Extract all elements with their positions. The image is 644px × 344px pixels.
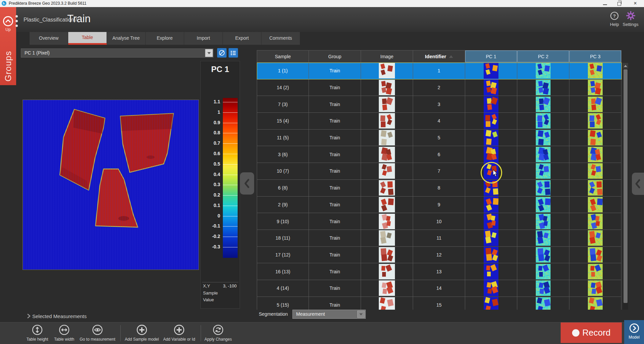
column-header-pc-2[interactable]: PC 2 — [517, 50, 569, 63]
cell-pc1-thumbnail — [465, 79, 517, 96]
cell-pc3-thumbnail — [569, 113, 621, 130]
table-row-1[interactable]: 1 (1)Train1 — [257, 63, 622, 79]
cell-group: Train — [309, 180, 361, 197]
selected-measurements-expander[interactable]: Selected Measurements — [25, 312, 87, 320]
table-row-7[interactable]: 10 (7)Train7 — [257, 163, 622, 180]
cell-pc3-thumbnail — [569, 230, 621, 247]
column-header-identifier[interactable]: Identifier — [413, 50, 465, 63]
cell-sample: 11 (5) — [257, 130, 309, 146]
cell-group: Train — [309, 79, 361, 96]
tab-analyse-tree[interactable]: Analyse Tree — [107, 32, 146, 45]
column-header-pc-3[interactable]: PC 3 — [569, 50, 621, 63]
tab-overview[interactable]: Overview — [30, 32, 68, 45]
colorbar-tick-label: 0.5 — [203, 161, 220, 167]
cell-pc1-thumbnail — [465, 230, 517, 247]
list-view-button[interactable] — [229, 48, 238, 58]
cell-identifier: 9 — [413, 197, 465, 213]
table-body: 1 (1)Train114 (2)Train27 (3)Train315 (4)… — [257, 63, 622, 310]
up-button[interactable]: Up — [1, 16, 15, 35]
colorbar-tick-line — [223, 175, 238, 175]
tab-comments[interactable]: Comments — [261, 32, 300, 45]
toolbar-button-apply-changes[interactable]: Apply Changes — [196, 324, 240, 342]
column-header-group[interactable]: Group — [309, 50, 361, 63]
table-row-9[interactable]: 2 (9)Train9 — [257, 197, 622, 213]
table-row-14[interactable]: 4 (14)Train14 — [257, 280, 622, 297]
table-row-2[interactable]: 14 (2)Train2 — [257, 79, 622, 96]
model-button[interactable]: Model — [624, 320, 644, 344]
table-row-3[interactable]: 7 (3)Train3 — [257, 96, 622, 113]
cell-pc2-thumbnail — [517, 130, 569, 146]
help-icon: ? — [610, 11, 619, 20]
dropdown-arrow-button[interactable] — [357, 311, 365, 318]
sort-indicator-icon — [449, 55, 453, 58]
colorbar-tick-label: -0.2 — [203, 234, 220, 239]
scrollbar-thumb[interactable] — [623, 69, 628, 303]
cell-pc2-thumbnail — [517, 263, 569, 280]
sync-views-button[interactable] — [217, 48, 227, 58]
minimize-icon[interactable] — [603, 4, 607, 5]
colorbar-tick-label: 0.9 — [203, 120, 220, 125]
cell-pc1-thumbnail — [465, 96, 517, 113]
colorbar-title: PC 1 — [201, 65, 240, 74]
segmentation-dropdown[interactable]: Measurement — [292, 310, 366, 319]
cell-group: Train — [309, 213, 361, 230]
scrollbar-up-button[interactable] — [623, 63, 628, 69]
cell-pc2-thumbnail — [517, 180, 569, 197]
column-header-label: PC 3 — [590, 54, 600, 59]
cell-group: Train — [309, 163, 361, 180]
tab-import[interactable]: Import — [184, 32, 223, 45]
groups-tab[interactable]: Groups — [0, 43, 16, 89]
table-row-4[interactable]: 15 (4)Train4 — [257, 113, 622, 130]
collapse-left-panel-handle[interactable] — [240, 172, 254, 195]
cell-pc3-thumbnail — [569, 163, 621, 180]
tab-explore[interactable]: Explore — [146, 32, 184, 45]
cell-identifier: 8 — [413, 180, 465, 197]
cell-image-thumbnail — [361, 113, 413, 130]
colorbar-tick-line — [223, 237, 238, 237]
cell-pc3-thumbnail — [569, 213, 621, 230]
colorbar-tick-label: -0.1 — [203, 223, 220, 229]
table-row-11[interactable]: 18 (11)Train11 — [257, 230, 622, 247]
toolbar-button-add-variable-or-id[interactable]: Add Variable or Id — [157, 324, 201, 342]
plus-icon — [136, 324, 147, 337]
colorbar-tick-line — [223, 195, 238, 196]
table-row-6[interactable]: 3 (6)Train6 — [257, 146, 622, 163]
cell-pc3-thumbnail — [569, 63, 621, 79]
column-header-sample[interactable]: Sample — [257, 50, 309, 63]
cell-pc3-thumbnail — [569, 130, 621, 146]
xy-label: X,Y — [203, 283, 210, 288]
table-row-10[interactable]: 9 (10)Train10 — [257, 213, 622, 230]
tab-export[interactable]: Export — [223, 32, 261, 45]
chevron-left-icon — [634, 179, 642, 189]
record-button[interactable]: Record — [561, 322, 622, 343]
column-header-pc-1[interactable]: PC 1 — [465, 50, 517, 63]
toolbar-button-go-to-measurement[interactable]: Go to measurement — [76, 324, 119, 342]
colorbar-tick-line — [223, 102, 238, 102]
table-row-12[interactable]: 17 (12)Train12 — [257, 247, 622, 264]
view-selector-dropdown[interactable]: PC 1 (Pixel) — [21, 48, 213, 58]
close-icon[interactable]: × — [631, 0, 639, 7]
column-header-image[interactable]: Image — [361, 50, 413, 63]
help-button[interactable]: ? Help — [608, 11, 621, 27]
table-row-13[interactable]: 16 (13)Train13 — [257, 263, 622, 280]
cell-pc1-thumbnail — [465, 297, 517, 310]
record-label: Record — [582, 328, 611, 338]
xy-row: X,Y 3, -100 — [203, 283, 238, 288]
cell-sample: 3 (6) — [257, 146, 309, 163]
cell-image-thumbnail — [361, 280, 413, 297]
colorbar-tick-label: -0.3 — [203, 244, 220, 249]
table-row-5[interactable]: 11 (5)Train5 — [257, 130, 622, 146]
pixel-image-viewer[interactable] — [23, 100, 199, 270]
cell-group: Train — [309, 197, 361, 213]
table-row-8[interactable]: 6 (8)Train8 — [257, 180, 622, 197]
tab-table[interactable]: Table — [68, 32, 107, 45]
dropdown-arrow-button[interactable] — [205, 49, 213, 57]
model-chevron-icon — [629, 323, 639, 333]
cell-identifier: 3 — [413, 96, 465, 113]
colorbar-tick-label: 0.2 — [203, 192, 220, 198]
restore-icon[interactable] — [617, 2, 621, 6]
settings-button[interactable]: Settings — [622, 11, 639, 27]
expand-right-panel-handle[interactable] — [632, 173, 644, 195]
table-row-15[interactable]: 5 (15)Train15 — [257, 297, 622, 310]
menu-dots-icon[interactable] — [15, 13, 19, 29]
